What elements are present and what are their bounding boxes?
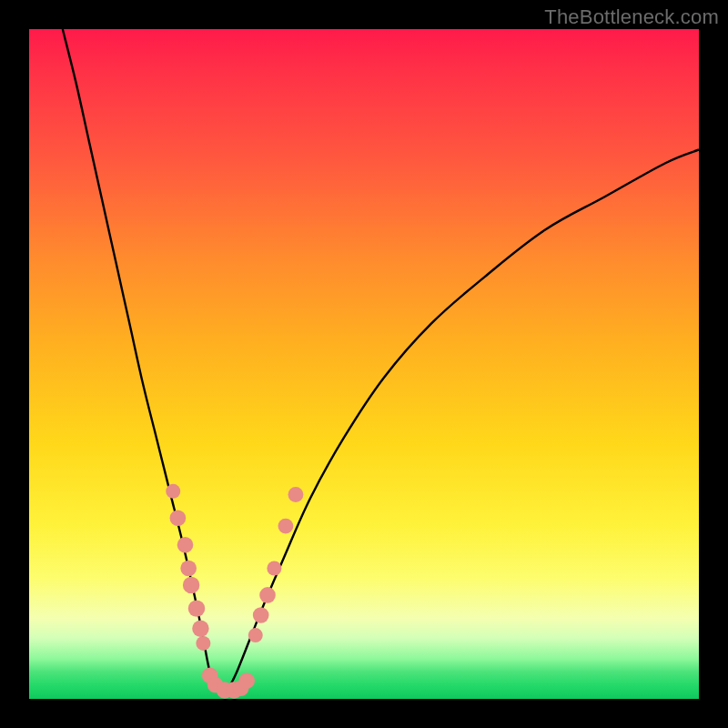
data-marker <box>253 607 269 623</box>
data-marker <box>180 561 197 577</box>
curve-right-branch <box>230 149 699 685</box>
marker-group <box>166 484 303 699</box>
data-marker <box>259 587 276 603</box>
data-marker <box>170 510 187 526</box>
data-marker <box>192 620 208 636</box>
data-marker <box>166 484 180 499</box>
data-marker <box>278 519 293 534</box>
data-marker <box>177 537 194 553</box>
chart-stage: TheBottleneck.com <box>0 0 728 728</box>
data-marker <box>188 600 205 616</box>
chart-svg <box>29 29 699 699</box>
data-marker <box>196 636 210 651</box>
data-marker <box>238 672 255 689</box>
data-marker <box>248 628 263 642</box>
plot-area <box>29 29 699 699</box>
data-marker <box>267 561 281 575</box>
watermark-text: TheBottleneck.com <box>544 5 719 29</box>
data-marker <box>183 577 199 593</box>
data-marker <box>288 487 304 502</box>
